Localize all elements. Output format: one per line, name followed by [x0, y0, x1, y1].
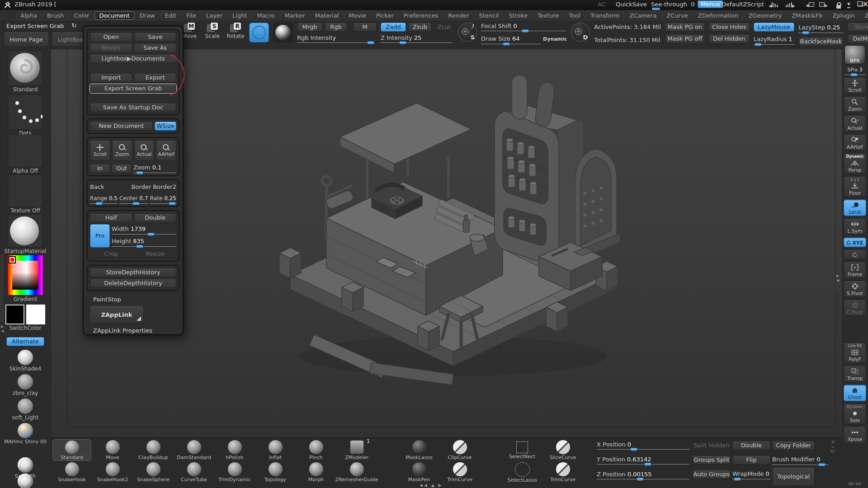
stroke-selector-button[interactable] — [249, 23, 269, 42]
switch-color[interactable]: SwitchColor — [6, 305, 44, 331]
zcut-button[interactable]: Zcut — [434, 23, 454, 32]
split-hidden-button[interactable]: Split Hidden — [693, 441, 731, 450]
polyf-button[interactable]: Line Fill PolyF — [844, 343, 866, 363]
pro-button[interactable]: Pro — [90, 224, 110, 248]
auto-groups-button[interactable]: Auto Groups — [693, 470, 731, 479]
scale-gyro-button[interactable]: S Scale — [203, 23, 222, 39]
flip-button[interactable]: Flip — [732, 455, 770, 465]
tray-brush-zmodeler[interactable]: 1ZModeler — [337, 439, 376, 461]
menu-zscript[interactable]: Zscript — [860, 11, 868, 20]
current-material[interactable]: StartupMaterial — [6, 214, 44, 254]
local-button[interactable]: Local — [844, 199, 866, 216]
export-screen-grab-button[interactable]: Export Screen Grab — [90, 84, 176, 93]
close-icon[interactable]: × — [863, 0, 868, 8]
current-texture[interactable]: Texture Off — [6, 174, 44, 214]
xyz-button[interactable]: XYZ — [844, 237, 866, 247]
double-sided-button[interactable]: Double — [732, 441, 770, 450]
frame-button[interactable]: Frame — [844, 262, 866, 278]
minimize-icon[interactable]: ▾ — [847, 0, 850, 8]
floor-button[interactable]: x y z Floor — [844, 176, 866, 197]
secondary-color-swatch[interactable] — [26, 305, 45, 324]
lock-icon[interactable] — [836, 2, 841, 9]
ghost-button[interactable]: Ghost — [844, 385, 866, 401]
menu-edit[interactable]: Edit — [160, 11, 181, 20]
color-picker-square[interactable] — [7, 255, 43, 296]
menu-picker[interactable]: Picker — [372, 11, 398, 20]
copy-folder-button[interactable]: Copy Folder — [772, 441, 815, 450]
refresh-icon[interactable]: ↻ — [71, 22, 77, 29]
zoom-canvas-button[interactable]: Zoom — [844, 96, 866, 113]
mini-on-toggles[interactable]: on on — [849, 481, 861, 488]
del-hidden-button[interactable]: Del Hidden — [709, 34, 750, 43]
y-position-slider[interactable]: Y Position 0.63142 — [597, 456, 689, 465]
height-slider[interactable]: Height 835 — [112, 236, 176, 247]
persp-button[interactable]: Dynamic Persp — [844, 153, 866, 174]
brush-smoothcrease[interactable]: SmoothCrease — [6, 474, 44, 488]
main-color-swatch[interactable] — [5, 305, 24, 324]
crop-button[interactable]: Crop — [90, 249, 132, 258]
menu-texture[interactable]: Texture — [533, 11, 564, 20]
tray-brush-trimdynamic[interactable]: TrimDynamic — [215, 461, 254, 483]
tray-brush-snakesphere[interactable]: SnakeSphere — [134, 461, 173, 483]
menu-file[interactable]: File — [182, 11, 201, 20]
menu-color[interactable]: Color — [69, 11, 94, 20]
tray-brush-snakehook[interactable]: SnakeHook — [52, 461, 91, 483]
menu-tool[interactable]: Tool — [564, 11, 585, 20]
save-as-button[interactable]: Save As — [134, 43, 177, 52]
zadd-button[interactable]: Zadd — [381, 23, 406, 32]
material-zbro-clay[interactable]: zbro_clay — [6, 374, 44, 396]
menu-light[interactable]: Light — [228, 11, 251, 20]
lazymouse-button[interactable]: LazyMouse — [754, 23, 794, 32]
export-button[interactable]: Export — [134, 73, 177, 82]
tray-brush-topology[interactable]: Topology — [256, 461, 295, 483]
menu-zdeformation[interactable]: ZDeformation — [693, 11, 743, 20]
zoom-button[interactable]: Zoom — [112, 140, 132, 161]
new-document-button[interactable]: New Document — [90, 122, 153, 131]
current-stroke[interactable]: Dots — [6, 94, 44, 136]
menu-zgeometry[interactable]: ZGeometry — [744, 11, 787, 20]
close-holes-button[interactable]: Close Holes — [709, 23, 750, 32]
dynamic-label[interactable]: Dynamic — [543, 35, 567, 44]
right-tray-handle[interactable] — [836, 293, 840, 361]
resize-button[interactable]: Resize — [134, 249, 177, 258]
border-label[interactable]: Border — [132, 183, 151, 192]
see-through-nub[interactable] — [652, 8, 660, 10]
revert-button[interactable]: Revert — [90, 43, 132, 52]
material-skinshade4[interactable]: SkinShade4 — [6, 350, 44, 372]
menu-brush[interactable]: Brush — [42, 11, 69, 20]
center-slider[interactable]: Center 0.7 — [119, 193, 148, 204]
zsub-button[interactable]: Zsub — [408, 23, 432, 32]
menu-preferences[interactable]: Preferences — [399, 11, 443, 20]
solo-button[interactable]: Dynamic Solo — [844, 404, 866, 424]
back-label[interactable]: Back — [90, 183, 104, 192]
menu-zcurve[interactable]: ZCurve — [662, 11, 692, 20]
menu-material[interactable]: Material — [311, 11, 344, 20]
menu-transform[interactable]: Transform — [586, 11, 624, 20]
cpivot-button[interactable]: C.Pivot — [844, 300, 866, 316]
x-position-slider[interactable]: X Position 0 — [597, 441, 689, 450]
zoom-slider[interactable]: Zoom 0.1 — [133, 163, 176, 173]
lightbox-documents-button[interactable]: Lightbox▶Documents — [90, 54, 176, 63]
rate-slider[interactable]: Rate 0.25 — [150, 193, 176, 204]
tray-brush-pinch[interactable]: Pinch — [297, 439, 335, 461]
open-button[interactable]: Open — [90, 33, 132, 42]
topological-button[interactable]: Topological — [772, 467, 815, 486]
menu-movie[interactable]: Movie — [344, 11, 371, 20]
dock-left-icon[interactable]: ◀ — [806, 1, 814, 8]
border2-label[interactable]: Border2 — [153, 183, 176, 192]
menu-document[interactable]: Document — [94, 11, 134, 20]
zapplink-button[interactable]: ZAppLink — [90, 305, 144, 324]
zscript-label[interactable]: DefaultZScript — [722, 1, 764, 8]
tray-brush-selectlasso[interactable]: SelectLasso — [503, 461, 542, 483]
quicksave-button[interactable]: QuickSave — [616, 1, 647, 8]
home-page-button[interactable]: Home Page — [4, 32, 49, 47]
zoom-in-button[interactable]: In — [90, 164, 110, 173]
panes-left-icon[interactable]: ◀ — [769, 2, 778, 9]
stroke-curve-icon[interactable]: + S — [458, 23, 477, 42]
storemt-button[interactable]: StoreMT — [848, 23, 868, 32]
aahalf-button[interactable]: AAHalf — [156, 140, 176, 161]
scroll-button[interactable]: Scroll — [90, 140, 110, 161]
save-button[interactable]: Save — [134, 33, 177, 42]
spix-slider[interactable]: SPix 3 — [844, 66, 866, 75]
tray-page-arrows[interactable]: ◀◀ ▲ ▶ — [420, 483, 443, 488]
